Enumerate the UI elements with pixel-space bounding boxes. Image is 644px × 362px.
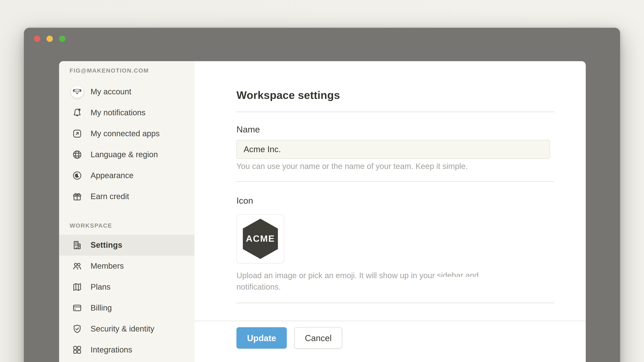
map-icon bbox=[71, 281, 84, 293]
account-email-header: FIG@MAKENOTION.COM bbox=[59, 66, 195, 75]
name-field-label: Name bbox=[236, 124, 554, 135]
sidebar-item-label: Security & identity bbox=[90, 324, 154, 334]
sidebar-item-security-identity[interactable]: Security & identity bbox=[59, 319, 195, 339]
sidebar-item-label: Earn credit bbox=[90, 192, 129, 201]
sidebar-item-appearance[interactable]: Appearance bbox=[59, 165, 195, 186]
sidebar-item-plans[interactable]: Plans bbox=[59, 277, 195, 298]
sidebar-item-label: Language & region bbox=[90, 150, 158, 159]
sidebar-item-members[interactable]: Members bbox=[59, 256, 195, 277]
minimize-window-button[interactable] bbox=[46, 36, 53, 42]
sidebar-item-label: Appearance bbox=[90, 171, 134, 180]
sidebar-item-label: Settings bbox=[90, 241, 122, 250]
sidebar-item-my-notifications[interactable]: My notifications bbox=[59, 102, 195, 123]
sidebar-item-label: My notifications bbox=[90, 108, 146, 117]
workspace-name-input[interactable] bbox=[236, 140, 550, 159]
icon-help-clipped-words: sidebar and bbox=[437, 270, 479, 277]
sidebar-item-label: My connected apps bbox=[90, 129, 160, 138]
workspace-section-list: Settings Members bbox=[59, 235, 195, 360]
cancel-button[interactable]: Cancel bbox=[294, 327, 342, 349]
close-window-button[interactable] bbox=[34, 36, 40, 42]
account-section-list: My account My notifications bbox=[59, 81, 195, 207]
dialog-footer-buttons: Update Cancel bbox=[236, 327, 554, 349]
update-button[interactable]: Update bbox=[236, 327, 287, 349]
section-divider bbox=[236, 111, 554, 112]
credit-card-icon bbox=[71, 302, 84, 314]
moon-icon bbox=[71, 169, 84, 182]
sidebar-item-integrations[interactable]: Integrations bbox=[59, 339, 195, 360]
people-icon bbox=[71, 260, 84, 272]
page-background: FIG@MAKENOTION.COM bbox=[0, 0, 644, 362]
settings-sidebar: FIG@MAKENOTION.COM bbox=[59, 61, 195, 362]
acme-hexagon-logo: ACME bbox=[243, 219, 278, 259]
workspace-section-header: WORKSPACE bbox=[59, 221, 195, 230]
icon-help-text: Upload an image or pick an emoji. It wil… bbox=[236, 270, 513, 293]
settings-dialog: FIG@MAKENOTION.COM bbox=[59, 61, 586, 362]
section-divider bbox=[236, 181, 554, 182]
window-titlebar[interactable] bbox=[24, 28, 620, 61]
sidebar-item-settings[interactable]: Settings bbox=[59, 235, 195, 256]
macos-window: FIG@MAKENOTION.COM bbox=[24, 28, 620, 362]
sidebar-item-label: Billing bbox=[90, 303, 112, 313]
globe-icon bbox=[71, 148, 84, 161]
page-title: Workspace settings bbox=[236, 61, 554, 102]
shield-check-icon bbox=[71, 323, 84, 335]
sidebar-item-label: Members bbox=[90, 261, 124, 271]
workspace-icon-tile[interactable]: ACME bbox=[236, 214, 284, 264]
sidebar-item-billing[interactable]: Billing bbox=[59, 298, 195, 319]
sidebar-item-earn-credit[interactable]: Earn credit bbox=[59, 186, 195, 207]
zoom-window-button[interactable] bbox=[59, 36, 66, 42]
section-divider bbox=[236, 303, 554, 303]
workspace-settings-pane: Workspace settings Name You can use your… bbox=[194, 61, 586, 362]
building-icon bbox=[71, 239, 84, 251]
sidebar-item-label: Plans bbox=[90, 282, 110, 292]
footer-divider bbox=[194, 321, 586, 322]
icon-help-suffix: notifications. bbox=[236, 282, 281, 291]
acme-logo-text: ACME bbox=[246, 233, 275, 244]
bell-icon bbox=[71, 106, 84, 119]
traffic-lights bbox=[34, 36, 66, 42]
icon-field-label: Icon bbox=[236, 195, 554, 206]
name-help-text: You can use your name or the name of you… bbox=[236, 162, 554, 171]
gift-icon bbox=[71, 190, 84, 203]
sidebar-item-my-connected-apps[interactable]: My connected apps bbox=[59, 123, 195, 144]
arrow-up-right-square-icon bbox=[71, 127, 84, 140]
sidebar-item-my-account[interactable]: My account bbox=[59, 81, 195, 102]
icon-help-prefix: Upload an image or pick an emoji. It wil… bbox=[236, 271, 437, 280]
sidebar-item-label: My account bbox=[90, 87, 131, 96]
grid-icon bbox=[71, 344, 84, 356]
sidebar-item-label: Integrations bbox=[90, 345, 132, 355]
sidebar-item-language-region[interactable]: Language & region bbox=[59, 144, 195, 165]
avatar-icon bbox=[71, 85, 84, 98]
